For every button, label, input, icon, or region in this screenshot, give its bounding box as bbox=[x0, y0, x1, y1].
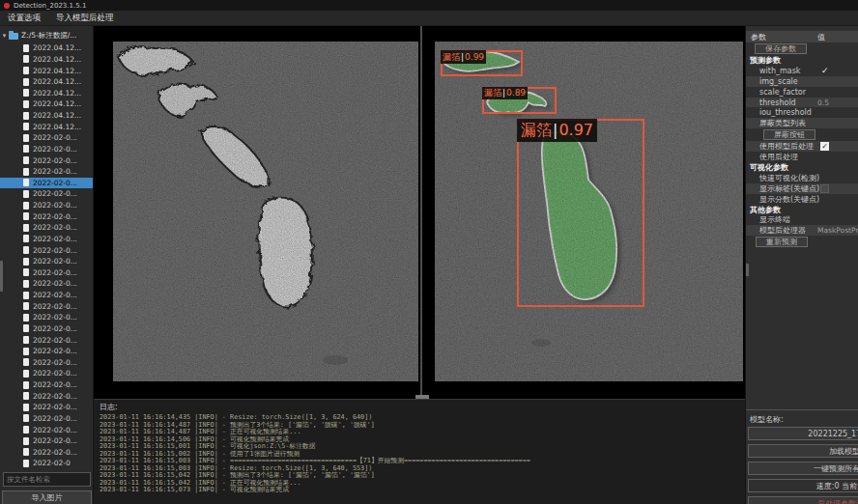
file-label: 2022-02-0... bbox=[33, 347, 77, 355]
file-icon bbox=[23, 460, 29, 467]
param-show-labels[interactable]: 显示标签(关键点) bbox=[746, 183, 858, 194]
file-icon bbox=[23, 392, 29, 400]
chevron-down-icon[interactable]: ▾ bbox=[0, 32, 9, 40]
checkbox-unchecked-icon[interactable] bbox=[820, 184, 829, 193]
original-image-panel[interactable] bbox=[113, 42, 418, 381]
file-list-item[interactable]: 2022-02-0... bbox=[0, 402, 94, 413]
file-list-item[interactable]: 2022-02-0... bbox=[0, 435, 94, 447]
file-list-item[interactable]: 2022.04.12... bbox=[0, 121, 94, 132]
file-label: 2022-02-0... bbox=[33, 279, 77, 288]
import-images-button[interactable]: 导入图片 bbox=[2, 490, 92, 504]
log-line: 2023-01-11 16:16:15,073 |INFO| - 可视化预测结果… bbox=[100, 487, 745, 494]
file-list-item[interactable]: 2022.04.12... bbox=[0, 110, 94, 122]
file-list-item[interactable]: 2022-02-0... bbox=[0, 166, 94, 178]
file-list-item[interactable]: 2022.04.12... bbox=[0, 54, 94, 66]
param-scale-factor[interactable]: scale_factor bbox=[746, 87, 858, 98]
log-lines: 2023-01-11 16:16:14,435 |INFO| - Resize:… bbox=[100, 414, 745, 494]
file-list-item[interactable]: 2022-02-0... bbox=[0, 222, 94, 234]
file-list-item[interactable]: 2022-02-0... bbox=[0, 413, 94, 425]
params-table-header: 参数 值 bbox=[746, 31, 858, 42]
param-threshold-value[interactable]: 0.5 bbox=[817, 98, 829, 107]
file-list-item[interactable]: 2022-02-0... bbox=[0, 278, 94, 290]
file-list-item[interactable]: 2022-02-0... bbox=[0, 447, 94, 459]
tree-root-folder[interactable]: ▾ Z:/5-标注数据/... bbox=[0, 30, 94, 42]
save-params-button[interactable]: 保存参数 bbox=[755, 43, 807, 54]
file-list-item[interactable]: 2022-02-0... bbox=[0, 312, 94, 323]
file-list-item[interactable]: 2022-02-0... bbox=[0, 234, 94, 245]
predict-all-button[interactable]: 一键预测所有图片 bbox=[748, 462, 858, 475]
re-predict-button[interactable]: 重新预测 bbox=[756, 237, 808, 247]
file-list-item[interactable]: 2022-02-0... bbox=[0, 188, 94, 200]
file-list-item[interactable]: 2022.04.12... bbox=[0, 98, 94, 110]
panel-divider[interactable] bbox=[420, 26, 422, 398]
file-list-item[interactable]: 2022.04.12... bbox=[0, 88, 94, 99]
file-list-item[interactable]: 2022-02-0... bbox=[0, 178, 94, 189]
file-list-item[interactable]: 2022-02-0... bbox=[0, 210, 94, 222]
log-panel[interactable]: 日志: 2023-01-11 16:16:14,435 |INFO| - Res… bbox=[94, 399, 745, 504]
prediction-image-panel[interactable]: 漏箔|0.99 漏箔|0.89 漏箔|0.97 bbox=[435, 42, 743, 381]
file-list-item[interactable]: 2022-02-0... bbox=[0, 379, 94, 391]
file-label: 2022-02-0... bbox=[33, 212, 77, 221]
postprocess-settings-button[interactable]: 后处理参数设置 bbox=[748, 496, 858, 504]
file-list-item[interactable]: 2022-02-0... bbox=[0, 244, 94, 256]
checkmark-icon[interactable]: ✓ bbox=[821, 66, 829, 75]
file-list-item[interactable]: 2022-02-0... bbox=[0, 424, 94, 435]
file-list-item[interactable]: 2022-02-0... bbox=[0, 200, 94, 211]
postprocessor-value[interactable]: MaskPostPro bbox=[817, 226, 858, 235]
param-show-terminal[interactable]: 显示终端 bbox=[746, 214, 858, 225]
mask-button[interactable]: 屏蔽按钮 bbox=[763, 129, 815, 140]
file-list-item[interactable]: 2022-02-0... bbox=[0, 132, 94, 144]
file-list-item[interactable]: 2022.04.12... bbox=[0, 42, 94, 54]
param-fast-visualization[interactable]: 快速可视化(检测) bbox=[746, 173, 858, 183]
detection-score: 0.99 bbox=[465, 53, 484, 62]
menu-bar: 设置选项 导入模型后处理 bbox=[0, 11, 858, 26]
file-icon bbox=[23, 280, 29, 288]
file-list-item[interactable]: 2022-02-0... bbox=[0, 390, 94, 402]
file-label: 2022-02-0... bbox=[33, 156, 77, 165]
file-icon bbox=[23, 179, 29, 186]
file-list-item[interactable]: 2022-02-0... bbox=[0, 154, 94, 166]
file-list-item[interactable]: 2022-02-0... bbox=[0, 144, 94, 155]
menu-settings[interactable]: 设置选项 bbox=[8, 13, 41, 24]
file-icon bbox=[23, 168, 29, 176]
file-icon bbox=[23, 268, 29, 276]
file-list-item[interactable]: 2022-02-0... bbox=[0, 346, 94, 357]
menu-import-postprocess[interactable]: 导入模型后处理 bbox=[56, 13, 114, 24]
model-name-field[interactable]: 20221225_174813 bbox=[748, 427, 858, 440]
label-separator: | bbox=[461, 53, 464, 62]
file-list-item[interactable]: 2022-02-0 bbox=[0, 458, 94, 469]
param-with-mask[interactable]: with_mask✓ bbox=[746, 66, 858, 76]
file-list-item[interactable]: 2022.04.12... bbox=[0, 65, 94, 76]
file-label: 2022.04.12... bbox=[33, 123, 81, 131]
param-use-model-postprocess[interactable]: 使用模型后处理✓ bbox=[746, 141, 858, 152]
file-label: 2022-02-0... bbox=[33, 414, 77, 423]
file-list-item[interactable]: 2022-02-0... bbox=[0, 290, 94, 301]
param-mask-type-list[interactable]: 屏蔽类型列表 bbox=[746, 118, 858, 128]
detection-label: 漏箔|0.99 bbox=[441, 50, 486, 64]
param-show-scores[interactable]: 显示分数(关键点) bbox=[746, 194, 858, 205]
param-img-scale[interactable]: img_scale bbox=[746, 76, 858, 87]
file-label: 2022.04.12... bbox=[33, 55, 81, 64]
file-list-item[interactable]: 2022-02-0... bbox=[0, 357, 94, 369]
section-predict-params: 预测参数 bbox=[746, 55, 858, 66]
file-list-item[interactable]: 2022-02-0... bbox=[0, 323, 94, 335]
param-model-postprocessor[interactable]: 模型后处理器MaskPostPro bbox=[746, 225, 858, 236]
search-input[interactable] bbox=[3, 472, 91, 487]
file-label: 2022-02-0... bbox=[33, 133, 77, 142]
param-threshold[interactable]: threshold0.5 bbox=[746, 98, 858, 108]
file-list-item[interactable]: 2022-02-0... bbox=[0, 267, 94, 279]
file-list-item[interactable]: 2022-02-0... bbox=[0, 368, 94, 379]
file-label: 2022.04.12... bbox=[33, 99, 81, 108]
file-list-item[interactable]: 2022-02-0... bbox=[0, 256, 94, 267]
tree-scrollbar[interactable] bbox=[0, 261, 3, 292]
file-list-item[interactable]: 2022-02-0... bbox=[0, 300, 94, 312]
load-model-button[interactable]: 加载模型 bbox=[748, 444, 858, 458]
param-iou-threshold[interactable]: iou_threshold bbox=[746, 107, 858, 118]
file-label: 2022.04.12... bbox=[33, 43, 81, 52]
file-list-item[interactable]: 2022.04.12... bbox=[0, 76, 94, 88]
file-label: 2022-02-0... bbox=[33, 358, 77, 367]
param-use-postprocess[interactable]: 使用后处理 bbox=[746, 152, 858, 162]
checkbox-checked-icon[interactable]: ✓ bbox=[820, 142, 829, 151]
params-scrollbar[interactable] bbox=[746, 264, 749, 276]
file-list-item[interactable]: 2022-02-0... bbox=[0, 334, 94, 346]
